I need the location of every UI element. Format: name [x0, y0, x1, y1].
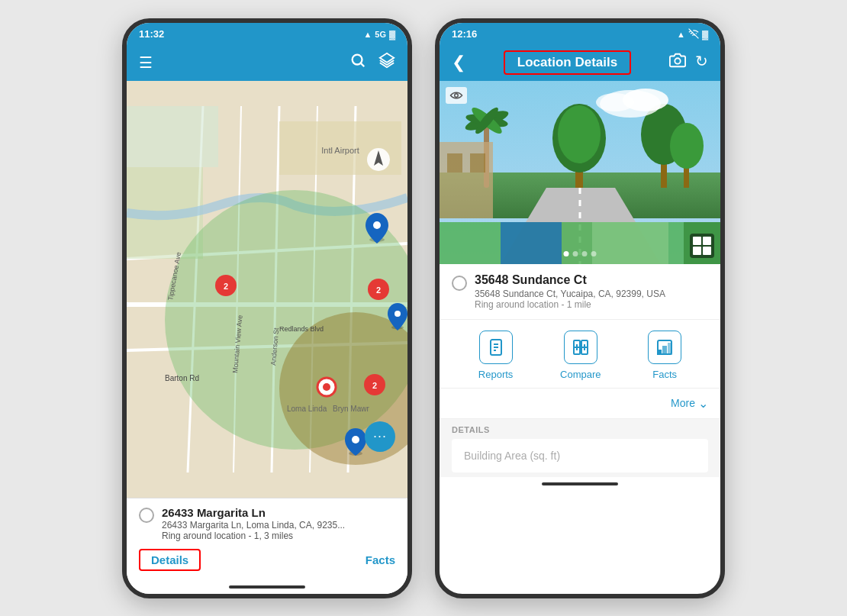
- location-details-title: Location Details: [504, 50, 631, 75]
- back-icon[interactable]: ❮: [452, 53, 465, 73]
- svg-text:2: 2: [224, 282, 228, 291]
- grid-cell-4: [703, 247, 711, 255]
- left-bottom-actions: Details Facts: [139, 549, 395, 571]
- svg-text:2: 2: [376, 285, 381, 295]
- left-status-bar: 11:32 ▲ 5G ▓: [127, 23, 407, 44]
- right-wifi-icon: [688, 28, 699, 40]
- right-status-icons: ▲ ▓: [677, 28, 708, 40]
- svg-point-67: [455, 93, 459, 97]
- compare-action[interactable]: Compare: [560, 331, 601, 380]
- svg-rect-12: [127, 106, 218, 167]
- details-button[interactable]: Details: [139, 549, 201, 571]
- svg-rect-63: [440, 222, 720, 264]
- svg-rect-64: [501, 222, 562, 264]
- svg-point-0: [353, 55, 362, 65]
- dot-3: [582, 251, 588, 256]
- right-battery-icon: ▓: [702, 30, 708, 39]
- camera-icon[interactable]: [669, 52, 686, 73]
- details-section-label: DETAILS: [452, 425, 708, 434]
- left-location-radio: [139, 508, 154, 523]
- right-location-ring: Ring around location - 1 mile: [475, 299, 665, 310]
- street-view-image: [440, 81, 720, 264]
- more-row: More ⌄: [440, 389, 720, 419]
- dot-4: [591, 251, 597, 256]
- left-home-indicator: [127, 580, 407, 594]
- svg-rect-59: [470, 153, 485, 173]
- facts-action[interactable]: Facts: [648, 331, 681, 380]
- more-dots-icon: ···: [373, 428, 387, 444]
- right-location-radio: [452, 276, 467, 291]
- details-section: DETAILS Building Area (sq. ft): [440, 419, 720, 477]
- svg-rect-65: [592, 222, 668, 264]
- left-map[interactable]: Intl Airport Tippecanoe Ave Mountain Vie…: [127, 81, 407, 498]
- svg-rect-58: [447, 153, 462, 173]
- more-link[interactable]: More ⌄: [671, 396, 708, 411]
- street-view[interactable]: [440, 81, 720, 264]
- svg-point-38: [352, 436, 359, 443]
- svg-point-52: [558, 105, 601, 163]
- svg-rect-78: [663, 347, 666, 354]
- signal-icon: ▲: [363, 30, 372, 39]
- svg-point-56: [670, 123, 704, 169]
- right-home-indicator: [440, 477, 720, 491]
- right-location-info: 35648 Sundance Ct 35648 Sundance Ct, Yuc…: [475, 273, 665, 310]
- facts-label: Facts: [652, 369, 677, 380]
- svg-rect-79: [668, 343, 671, 354]
- svg-text:Barton Rd: Barton Rd: [165, 374, 199, 382]
- compare-label: Compare: [560, 369, 601, 380]
- facts-icon: [648, 331, 681, 364]
- layers-icon[interactable]: [378, 52, 395, 73]
- grid-cell-1: [693, 237, 701, 245]
- grid-cell-3: [693, 247, 701, 255]
- left-status-icons: ▲ 5G ▓: [363, 30, 395, 39]
- right-location-panel: 35648 Sundance Ct 35648 Sundance Ct, Yuc…: [440, 264, 720, 320]
- reports-label: Reports: [478, 369, 514, 380]
- right-home-bar: [542, 482, 618, 485]
- svg-point-40: [675, 58, 680, 63]
- svg-point-32: [373, 221, 381, 229]
- left-location-info: 26433 Margarita Ln 26433 Margarita Ln, L…: [162, 506, 345, 541]
- right-location-address: 35648 Sundance Ct, Yucaipa, CA, 92399, U…: [475, 289, 665, 299]
- panorama-icon[interactable]: [446, 87, 467, 104]
- chevron-down-icon: ⌄: [698, 396, 708, 411]
- left-nav-bar: ☰: [127, 44, 407, 81]
- dot-2: [573, 251, 578, 256]
- svg-text:Intl Airport: Intl Airport: [321, 146, 359, 155]
- left-nav-actions: [349, 52, 395, 73]
- right-location-name: 35648 Sundance Ct: [475, 273, 665, 287]
- svg-text:2: 2: [372, 381, 377, 390]
- right-nav-bar: ❮ Location Details ↻: [440, 44, 720, 81]
- svg-point-34: [395, 311, 401, 317]
- left-location-row: 26433 Margarita Ln 26433 Margarita Ln, L…: [139, 506, 395, 541]
- left-time: 11:32: [139, 28, 164, 40]
- refresh-icon[interactable]: ↻: [695, 52, 708, 73]
- svg-line-1: [361, 63, 364, 66]
- svg-point-36: [323, 383, 330, 391]
- svg-text:Loma Linda: Loma Linda: [287, 405, 327, 413]
- reports-action[interactable]: Reports: [478, 331, 514, 380]
- right-phone: 12:16 ▲ ▓ ❮ Location Details ↻: [435, 18, 725, 598]
- facts-button[interactable]: Facts: [366, 553, 395, 566]
- right-signal-icon: ▲: [677, 30, 685, 39]
- grid-overlay[interactable]: [690, 234, 714, 258]
- left-location-ring: Ring around location - 1, 3 miles: [162, 531, 345, 541]
- right-nav-actions: ↻: [669, 52, 708, 73]
- right-status-bar: 12:16 ▲ ▓: [440, 23, 720, 44]
- search-icon[interactable]: [349, 52, 366, 73]
- grid-cell-2: [703, 237, 711, 245]
- menu-icon[interactable]: ☰: [139, 53, 153, 72]
- more-button[interactable]: ···: [365, 421, 395, 452]
- svg-point-62: [596, 93, 634, 111]
- svg-text:Bryn Mawr: Bryn Mawr: [333, 405, 369, 413]
- compare-icon: [564, 331, 597, 364]
- svg-rect-77: [658, 350, 661, 354]
- left-bottom-panel: 26433 Margarita Ln 26433 Margarita Ln, L…: [127, 498, 407, 580]
- action-icons-row: Reports Compare: [440, 320, 720, 389]
- more-label: More: [671, 397, 695, 409]
- network-badge: 5G: [375, 30, 386, 39]
- left-location-address: 26433 Margarita Ln, Loma Linda, CA, 9235…: [162, 520, 345, 531]
- building-area-field: Building Area (sq. ft): [452, 439, 708, 472]
- page-dots: [564, 251, 597, 256]
- battery-icon: ▓: [389, 30, 395, 39]
- left-location-name: 26433 Margarita Ln: [162, 506, 345, 519]
